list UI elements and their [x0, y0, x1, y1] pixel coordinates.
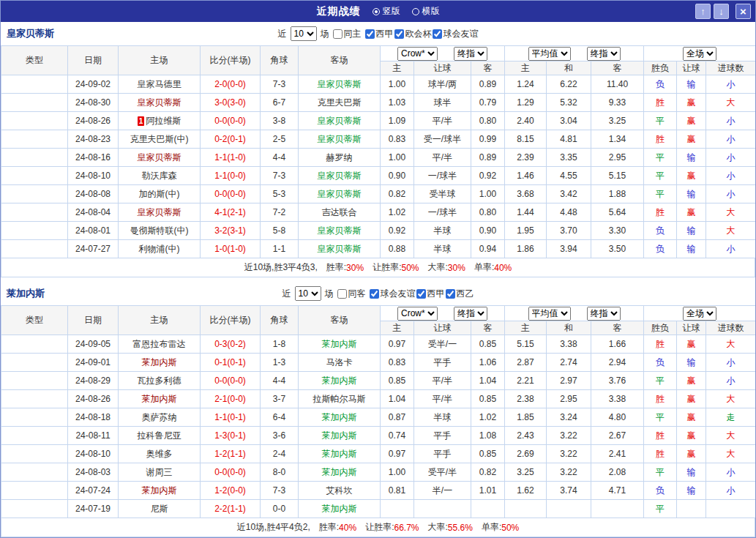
- result-outcome: 平: [644, 167, 677, 185]
- asian-away-odds: 0.80: [471, 203, 505, 222]
- column-header: 主场: [119, 306, 201, 335]
- asian-away-odds: 0.94: [471, 240, 505, 258]
- euro-away-odds: 2.94: [591, 354, 644, 372]
- home-team-cell: 莱加内斯: [119, 354, 201, 372]
- horizontal-layout-radio[interactable]: 横版: [412, 5, 440, 18]
- column-subheader: 让球: [677, 321, 706, 335]
- league-checkbox[interactable]: [394, 29, 404, 39]
- euro-source-select[interactable]: 终指: [587, 307, 621, 321]
- league-filter[interactable]: 西甲: [416, 288, 445, 300]
- home-team-cell: 勒沃库森: [119, 167, 201, 185]
- league-badge: 西甲: [1, 372, 68, 390]
- euro-source-select[interactable]: 终指: [587, 47, 621, 61]
- league-filter[interactable]: 西甲: [365, 28, 394, 40]
- recent-count-select[interactable]: 10: [291, 26, 317, 41]
- league-filter-label: 西乙: [457, 288, 474, 300]
- league-filter[interactable]: 西乙: [446, 288, 474, 300]
- league-filter[interactable]: 欧会杯: [394, 28, 432, 40]
- euro-source-select[interactable]: 平均值: [528, 307, 571, 321]
- asian-home-odds: 0.83: [381, 354, 414, 372]
- league-checkbox[interactable]: [446, 289, 455, 299]
- vertical-layout-radio[interactable]: 竖版: [373, 5, 400, 18]
- summary-stat: 大率:30%: [428, 261, 465, 274]
- league-filter[interactable]: 球会友谊: [370, 288, 416, 300]
- result-source-select[interactable]: 全场: [683, 307, 716, 321]
- asian-odds-group-header: Crow*终指: [381, 46, 505, 61]
- home-team-cell: 谢周三: [119, 463, 201, 482]
- asian-source-select[interactable]: 终指: [454, 307, 487, 321]
- match-row: 球会友谊24-07-27利物浦(中)1-0(1-0)1-1皇家贝蒂斯0.88半球…: [1, 240, 756, 258]
- close-button[interactable]: ×: [736, 4, 751, 19]
- same-venue-filter[interactable]: 同主: [333, 28, 362, 40]
- corner-cell: 8-0: [261, 463, 299, 482]
- euro-away-odds: 9.33: [591, 94, 644, 112]
- column-subheader: 让球: [677, 61, 706, 75]
- up-arrow-icon: ↑: [700, 6, 706, 17]
- column-header: 客场: [299, 46, 381, 75]
- euro-home-odds: [505, 500, 547, 518]
- result-handicap: 赢: [677, 203, 706, 222]
- euro-home-odds: 3.68: [505, 185, 547, 203]
- asian-source-select[interactable]: 终指: [454, 47, 487, 61]
- result-outcome: 胜: [644, 94, 677, 112]
- same-venue-checkbox[interactable]: [337, 289, 347, 299]
- recent-count-select[interactable]: 10: [295, 286, 321, 301]
- result-goals: 大: [706, 335, 756, 354]
- result-handicap: 赢: [677, 445, 706, 463]
- league-checkbox[interactable]: [416, 289, 426, 299]
- asian-source-select[interactable]: Crow*: [397, 307, 438, 321]
- recent-results-window: 近期战绩 竖版 横版 ↑ ↓ × 皇家贝蒂斯 近 10 场: [0, 0, 756, 538]
- euro-source-select[interactable]: 平均值: [528, 47, 571, 61]
- same-venue-filter[interactable]: 同客: [337, 288, 366, 300]
- result-handicap: [677, 500, 706, 518]
- summary-stat-label: 胜率:: [326, 261, 346, 274]
- league-filter[interactable]: 球会友谊: [433, 28, 479, 40]
- euro-home-odds: 2.39: [505, 149, 547, 167]
- summary-row: 近10场,胜4平4负2,胜率:40%让胜率:66.7%大率:55.6%单率:50…: [1, 518, 755, 537]
- result-source-select[interactable]: 全场: [683, 47, 716, 61]
- asian-away-odds: 0.85: [471, 445, 505, 463]
- league-filter-label: 球会友谊: [381, 288, 416, 300]
- asian-home-odds: 0.81: [381, 482, 414, 500]
- same-venue-checkbox[interactable]: [333, 29, 343, 39]
- panel-down-button[interactable]: ↓: [714, 4, 729, 19]
- header-row-groups: 类型日期主场比分(半场)角球客场Crow*终指平均值终指全场: [1, 46, 756, 61]
- corner-cell: 1-3: [261, 354, 299, 372]
- team-section: 莱加内斯 近 10 场 同客 球会友谊西甲西乙 类型日期主场比分(半场)角球客场: [1, 282, 755, 537]
- column-subheader: 胜负: [644, 321, 677, 335]
- league-checkbox[interactable]: [370, 289, 379, 299]
- panel-up-button[interactable]: ↑: [695, 4, 711, 19]
- date-cell: 24-09-01: [68, 354, 119, 372]
- asian-source-select[interactable]: Crow*: [397, 47, 438, 61]
- away-team-cell: 莱加内斯: [299, 445, 381, 463]
- league-checkbox[interactable]: [433, 29, 442, 39]
- result-handicap: 输: [677, 185, 706, 203]
- result-outcome: 胜: [644, 203, 677, 222]
- asian-handicap: 一/球半: [414, 203, 471, 222]
- league-checkbox[interactable]: [365, 29, 375, 39]
- league-badge: 西甲: [1, 408, 68, 427]
- corner-cell: 7-2: [261, 203, 299, 222]
- date-cell: 24-08-30: [68, 94, 119, 112]
- asian-handicap: 平手: [414, 445, 471, 463]
- summary-stat-value: 40%: [494, 263, 512, 273]
- euro-draw-odds: 5.32: [547, 94, 591, 112]
- result-outcome: 胜: [644, 335, 677, 354]
- asian-home-odds: 0.97: [381, 335, 414, 354]
- home-team-cell: 莱加内斯: [119, 390, 201, 408]
- column-header: 比分(半场): [201, 306, 261, 335]
- summary-stat-label: 单率:: [474, 261, 494, 274]
- corner-cell: 5-8: [261, 222, 299, 240]
- home-team-cell: 瓦拉多利德: [119, 372, 201, 390]
- euro-home-odds: 1.29: [505, 94, 547, 112]
- sections-container: 皇家贝蒂斯 近 10 场 同主 西甲欧会杯球会友谊 类型日期主场比分(半场)角球: [1, 22, 755, 537]
- result-outcome: 平: [644, 408, 677, 427]
- summary-stat-value: 55.6%: [448, 523, 473, 533]
- score-cell: 1-1(0-1): [201, 408, 261, 427]
- result-goals: 小: [706, 130, 756, 149]
- euro-draw-odds: 3.22: [547, 427, 591, 445]
- asian-odds-group-header: Crow*终指: [381, 306, 505, 321]
- away-team-cell: 赫罗纳: [299, 149, 381, 167]
- asian-away-odds: 0.90: [471, 222, 505, 240]
- matches-table: 类型日期主场比分(半场)角球客场Crow*终指平均值终指全场主让球客主和客胜负让…: [1, 305, 756, 518]
